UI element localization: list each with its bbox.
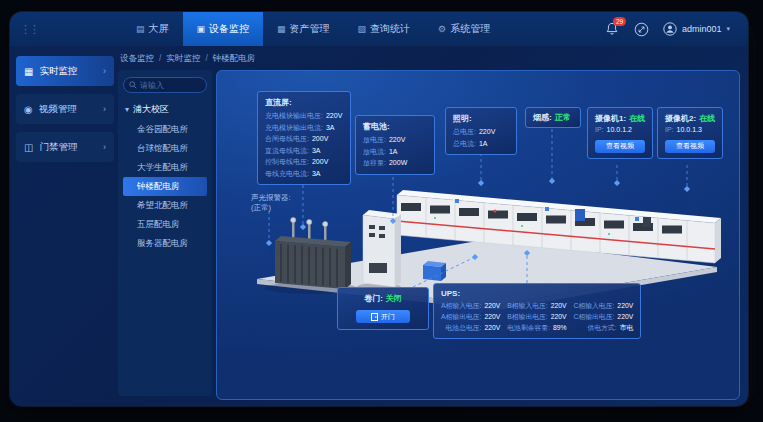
row-value: 市电	[620, 322, 634, 333]
open-door-button[interactable]: 开门	[356, 310, 410, 323]
tree-item[interactable]: 台球馆配电所	[123, 139, 207, 158]
sidebar-item-realtime-monitor[interactable]: ▦ 实时监控 ›	[16, 56, 114, 86]
door-panel: 卷门: 关闭 开门	[337, 287, 429, 330]
row-value: 200V	[312, 156, 328, 168]
tree-search	[123, 77, 207, 93]
tab-query-statistics[interactable]: ▧ 查询统计	[344, 12, 425, 46]
monitor-grid-icon: ▦	[24, 66, 33, 77]
row-value: 1A	[389, 146, 398, 158]
notification-bell-button[interactable]: 29	[605, 22, 620, 37]
fullscreen-icon[interactable]	[634, 22, 649, 37]
tab-label: 大屏	[149, 22, 169, 36]
tree-item[interactable]: 金谷园配电所	[123, 120, 207, 139]
dashboard-icon: ▤	[136, 24, 145, 34]
data-row: C相输出电压:220V	[574, 311, 634, 322]
row-value: 220V	[551, 300, 567, 311]
view-video-button[interactable]: 查看视频	[595, 140, 645, 153]
breadcrumb-item[interactable]: 设备监控	[120, 53, 154, 65]
search-icon	[129, 81, 137, 89]
tree-search-input[interactable]	[140, 81, 201, 90]
tree-root-node[interactable]: ▾ 浦大校区	[123, 101, 207, 120]
tree-item-selected[interactable]: 钟楼配电房	[123, 177, 207, 196]
chevron-right-icon: ›	[103, 142, 106, 152]
row-value: 3A	[326, 122, 335, 134]
tree-item[interactable]: 希望北配电所	[123, 196, 207, 215]
device-monitor-icon: ▣	[197, 24, 206, 34]
sound-light-alarm-label: 声光报警器: (正常)	[251, 193, 291, 213]
row-value: 3A	[312, 168, 321, 180]
data-row: A相输出电压:220V	[441, 311, 500, 322]
tab-system-management[interactable]: ⚙ 系统管理	[424, 12, 504, 46]
row-label: 充电模块输出电压:	[265, 110, 323, 122]
row-label: 直流母线电流:	[265, 145, 309, 157]
panel-title: 蓄电池:	[363, 121, 427, 132]
row-label: A相输出电压:	[441, 311, 481, 322]
tree-root-label: 浦大校区	[133, 103, 169, 116]
panel-title: 照明:	[453, 113, 509, 124]
sidebar-item-access-management[interactable]: ◫ 门禁管理 ›	[16, 132, 114, 162]
tab-dashboard[interactable]: ▤ 大屏	[122, 12, 183, 46]
breadcrumb-item[interactable]: 实时监控	[166, 53, 200, 65]
row-value: 200V	[312, 133, 328, 145]
user-avatar-icon	[663, 22, 677, 36]
data-row: 放电压:220V	[363, 134, 427, 146]
chevron-down-icon: ▾	[726, 25, 730, 33]
collapse-arrow-icon: ▾	[125, 105, 129, 114]
row-label: C相输出电压:	[574, 311, 615, 322]
data-row: B相输出电压:220V	[507, 311, 566, 322]
row-value: 10.0.1.2	[607, 124, 632, 136]
row-value: 220V	[484, 322, 500, 333]
panel-title: 卷门:	[364, 293, 383, 304]
data-row: 控制母线电压:200V	[265, 156, 343, 168]
battery-panel: 蓄电池: 放电压:220V 放电流:1A 放容量:200W	[355, 115, 435, 175]
data-row: B相输入电压:220V	[507, 300, 566, 311]
tab-asset-management[interactable]: ▦ 资产管理	[263, 12, 344, 46]
tab-device-monitor[interactable]: ▣ 设备监控	[183, 12, 264, 46]
chevron-right-icon: ›	[103, 104, 106, 114]
row-value: 220V	[484, 300, 500, 311]
sidebar-item-label: 门禁管理	[39, 141, 97, 154]
status-badge: 关闭	[386, 293, 402, 304]
data-row: 电池剩余容量:89%	[507, 322, 566, 333]
tab-label: 查询统计	[370, 22, 410, 36]
panel-title: 直流屏:	[265, 97, 343, 108]
gear-icon: ⚙	[438, 24, 446, 34]
tree-item[interactable]: 五层配电房	[123, 215, 207, 234]
view-video-button[interactable]: 查看视频	[665, 140, 715, 153]
data-row: IP:10.0.1.3	[665, 124, 715, 136]
panel-title: 摄像机2:	[665, 113, 696, 124]
row-label: IP:	[665, 124, 674, 136]
row-label: 电池剩余容量:	[507, 322, 550, 333]
row-label: 控制母线电压:	[265, 156, 309, 168]
camera2-panel: 摄像机2: 在线 IP:10.0.1.3 查看视频	[657, 107, 723, 159]
asset-icon: ▦	[277, 24, 286, 34]
tree-item[interactable]: 服务器配电房	[123, 234, 207, 253]
data-row: 充电模块输出电压:220V	[265, 110, 343, 122]
row-value: 220V	[484, 311, 500, 322]
breadcrumb-item[interactable]: 钟楼配电房	[213, 53, 256, 65]
button-label: 查看视频	[676, 141, 704, 151]
alarm-status: (正常)	[251, 203, 291, 213]
data-row: A相输入电压:220V	[441, 300, 500, 311]
desktop-background: ⋮⋮ ▤ 大屏 ▣ 设备监控 ▦ 资产管理 ▧ 查询统计	[0, 0, 763, 422]
row-label: 充电模块输出电流:	[265, 122, 323, 134]
row-value: 220V	[551, 311, 567, 322]
row-label: 母线充电电流:	[265, 168, 309, 180]
alarm-title: 声光报警器:	[251, 193, 291, 203]
row-label: 电池总电压:	[446, 322, 482, 333]
door-access-icon: ◫	[24, 142, 33, 153]
row-value: 10.0.1.3	[677, 124, 702, 136]
left-sidebar: ▦ 实时监控 › ◉ 视频管理 › ◫ 门禁管理 ›	[16, 56, 114, 162]
top-navbar: ⋮⋮ ▤ 大屏 ▣ 设备监控 ▦ 资产管理 ▧ 查询统计	[10, 12, 748, 46]
camera1-panel: 摄像机1: 在线 IP:10.0.1.2 查看视频	[587, 107, 653, 159]
user-menu[interactable]: admin001 ▾	[663, 22, 730, 36]
breadcrumb: 设备监控 / 实时监控 / 钟楼配电房	[120, 53, 255, 65]
sidebar-item-video-management[interactable]: ◉ 视频管理 ›	[16, 94, 114, 124]
status-badge: 在线	[699, 113, 715, 124]
button-label: 查看视频	[606, 141, 634, 151]
row-value: 220V	[326, 110, 342, 122]
tree-item[interactable]: 大学生配电所	[123, 158, 207, 177]
menu-dots-icon[interactable]: ⋮⋮	[20, 23, 38, 36]
row-label: 供电方式:	[588, 322, 617, 333]
row-value: 220V	[617, 311, 633, 322]
